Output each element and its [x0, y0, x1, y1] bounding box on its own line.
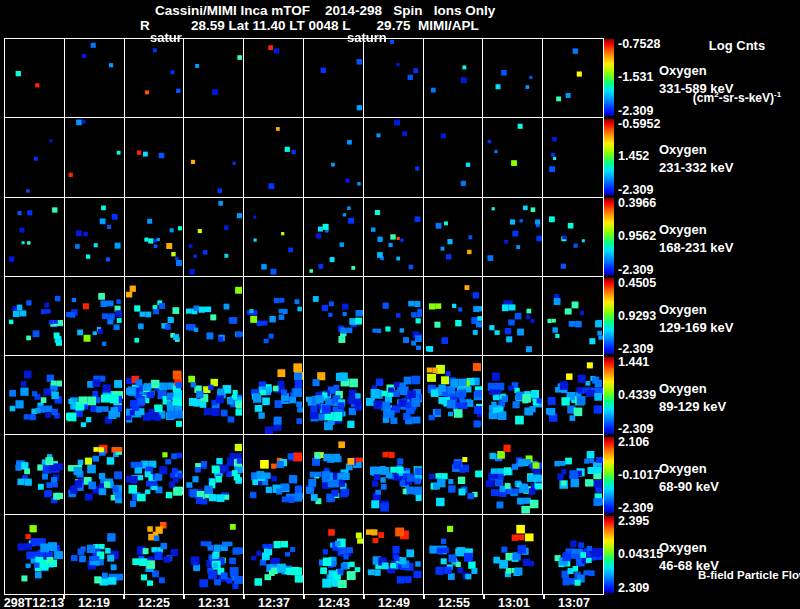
spectrogram-panel: [543, 356, 603, 435]
colorbar-tick-label: -0.5952: [618, 117, 682, 131]
colorbar: [604, 357, 614, 434]
spectrogram-panel: [543, 198, 603, 277]
spectrogram-panel: [65, 198, 125, 277]
energy-channel-range-label: 46-68 keV: [659, 558, 799, 573]
time-axis-tick: [363, 595, 365, 599]
spectrogram-panel: [364, 118, 424, 197]
spectrogram-panel: [65, 356, 125, 435]
spectrogram-panel: [483, 198, 543, 277]
spectrogram-panel: [184, 39, 244, 118]
energy-channel-species-label: Oxygen: [659, 63, 799, 78]
colorbar-tick-label: 0.3966: [618, 196, 682, 210]
spectrogram-panel: [304, 277, 364, 356]
colorbar-legend-title: Log Cnts: [678, 38, 796, 53]
energy-channel-range-label: 331-589 keV: [659, 81, 799, 96]
colorbar-tick-label: 1.441: [618, 355, 682, 369]
spectrogram-panel: [184, 515, 244, 594]
spectrogram-panel: [543, 118, 603, 197]
time-axis-tick: [123, 595, 125, 599]
spectrogram-panel: [424, 515, 484, 594]
spectrogram-panel: [483, 435, 543, 514]
energy-channel-species-label: Oxygen: [659, 222, 799, 237]
spectrogram-panel: [5, 515, 65, 594]
colorbar-tick-label: -2.309: [618, 183, 682, 197]
spectrogram-panel: [364, 277, 424, 356]
colorbar: [604, 119, 614, 196]
spectrogram-panel: [244, 277, 304, 356]
spectrogram-panel: [5, 118, 65, 197]
colorbar-tick-label: 2.395: [618, 514, 682, 528]
spectrogram-panel: [304, 39, 364, 118]
spectrogram-panel: [543, 277, 603, 356]
energy-channel-range-label: 68-90 keV: [659, 479, 799, 494]
spectrogram-panel: [125, 356, 185, 435]
spectrogram-panel: [65, 515, 125, 594]
spectrogram-panel: [424, 435, 484, 514]
time-axis-tick: [423, 595, 425, 599]
spectrogram-panel: [5, 39, 65, 118]
page-title: Cassini/MIMI Inca mTOF 2014-298 Spin Ion…: [155, 3, 495, 18]
time-axis-tick: [483, 595, 485, 599]
spectrogram-panel: [543, 39, 603, 118]
spectrogram-panel: [184, 435, 244, 514]
spectrogram-panel: [65, 277, 125, 356]
spectrogram-grid: [4, 38, 604, 595]
energy-channel-species-label: Oxygen: [659, 381, 799, 396]
spectrogram-panel: [184, 198, 244, 277]
spectrogram-panel: [424, 118, 484, 197]
panel-cell-grid: [5, 39, 603, 594]
saturn-marker: saturn: [347, 30, 387, 45]
spectrogram-panel: [304, 435, 364, 514]
spectrogram-panel: [244, 435, 304, 514]
colorbar: [604, 516, 614, 593]
spectrogram-panel: [364, 198, 424, 277]
spectrogram-panel: [125, 277, 185, 356]
energy-channel-range-label: 168-231 keV: [659, 240, 799, 255]
spectrogram-panel: [244, 39, 304, 118]
time-axis-tick: [543, 595, 545, 599]
spectrogram-panel: [483, 515, 543, 594]
spectrogram-panel: [304, 198, 364, 277]
page-root: { "header": { "title_line1": "Cassini/MI…: [0, 0, 800, 609]
spectrogram-panel: [184, 356, 244, 435]
spectrogram-panel: [125, 435, 185, 514]
spectrogram-panel: [5, 356, 65, 435]
spectrogram-panel: [5, 198, 65, 277]
spectrogram-panel: [304, 515, 364, 594]
colorbar-tick-label: -2.309: [618, 422, 682, 436]
colorbar-tick-label: -2.309: [618, 104, 682, 118]
spectrogram-panel: [5, 435, 65, 514]
saturn-marker: satur: [150, 30, 182, 45]
spectrogram-panel: [184, 118, 244, 197]
time-axis-tick: [63, 595, 65, 599]
energy-channel-range-label: 89-129 keV: [659, 399, 799, 414]
colorbar-tick-label: -2.309: [618, 263, 682, 277]
spectrogram-panel: [244, 515, 304, 594]
colorbar: [604, 198, 614, 275]
time-axis-tick: [183, 595, 185, 599]
spectrogram-panel: [424, 356, 484, 435]
colorbar-tick-label: -0.7528: [618, 37, 682, 51]
colorbar: [604, 437, 614, 514]
spectrogram-panel: [364, 356, 424, 435]
colorbar: [604, 39, 614, 116]
spectrogram-panel: [364, 515, 424, 594]
spectrogram-panel: [125, 198, 185, 277]
spectrogram-panel: [65, 435, 125, 514]
spectrogram-panel: [424, 198, 484, 277]
spectrogram-panel: [483, 356, 543, 435]
colorbar-tick-label: -2.309: [618, 501, 682, 515]
spectrogram-panel: [65, 39, 125, 118]
energy-channel-species-label: Oxygen: [659, 540, 799, 555]
energy-channel-range-label: 129-169 keV: [659, 320, 799, 335]
spectrogram-panel: [364, 39, 424, 118]
energy-channel-range-label: 231-332 keV: [659, 160, 799, 175]
spectrogram-panel: [543, 515, 603, 594]
energy-channel-species-label: Oxygen: [659, 302, 799, 317]
spectrogram-panel: [65, 118, 125, 197]
ephemeris-subtitle: R 28.59 Lat 11.40 LT 0048 L 29.75 MIMI/A…: [140, 18, 479, 33]
colorbar-tick-label: 2.309: [618, 581, 682, 595]
time-axis-tick: [243, 595, 245, 599]
energy-channel-species-label: Oxygen: [659, 142, 799, 157]
spectrogram-panel: [424, 277, 484, 356]
